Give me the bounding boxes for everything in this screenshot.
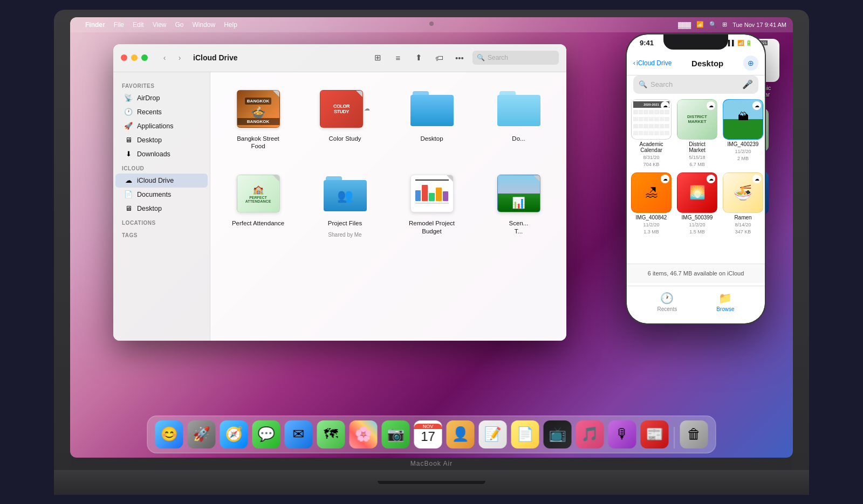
sidebar-item-downloads[interactable]: ⬇ Downloads bbox=[115, 147, 208, 161]
dock-messages[interactable]: 💬 bbox=[252, 420, 280, 448]
mic-icon[interactable]: 🎤 bbox=[742, 79, 753, 89]
sidebar-item-recents[interactable]: 🕐 Recents bbox=[115, 105, 208, 119]
finder-item-do-folder[interactable]: Do... bbox=[482, 83, 556, 155]
menu-go[interactable]: Go bbox=[175, 21, 184, 29]
finder-item-project-files[interactable]: 👥 Project Files Shared by Me bbox=[308, 168, 382, 242]
sidebar-recents-label: Recents bbox=[137, 108, 162, 116]
img400239-date: 11/2/20 bbox=[735, 149, 751, 154]
iphone-browse-tab[interactable]: 📁 Browse bbox=[716, 292, 734, 312]
forward-button[interactable]: › bbox=[174, 52, 186, 64]
img400842-date: 11/2/20 bbox=[643, 222, 659, 227]
dock: 😊 🚀 🧭 💬 ✉ 🗺 🌸 📷 NOV 17 👤 📝 📄 📺 🎵 🎙 📰 bbox=[147, 416, 716, 453]
finder-item-attendance[interactable]: 🏫 PERFECTATTENDANCE Perfect Attendance bbox=[221, 168, 295, 242]
finder-window-title: iCloud Drive bbox=[193, 53, 237, 62]
dock-photos[interactable]: 🌸 bbox=[350, 420, 378, 448]
finder-item-colorstudy[interactable]: COLORSTUDY ☁ Color Study bbox=[308, 83, 382, 155]
view-icon-grid[interactable]: ⊞ bbox=[370, 50, 385, 65]
dock-notes[interactable]: 📄 bbox=[511, 420, 539, 448]
project-files-folder: 👥 bbox=[324, 176, 367, 211]
back-button[interactable]: ‹ iCloud Drive bbox=[633, 59, 672, 67]
menu-help[interactable]: Help bbox=[224, 21, 237, 29]
iphone-file-ramen[interactable]: 🍜 ☁ Ramen 8/14/20 347 KB bbox=[723, 172, 763, 234]
sidebar-item-desktop-icloud[interactable]: 🖥 Desktop bbox=[115, 202, 208, 216]
back-button[interactable]: ‹ bbox=[159, 52, 170, 64]
chevron-left-icon: ‹ bbox=[633, 59, 635, 67]
finder-item-remodel[interactable]: Remodel ProjectBudget bbox=[395, 168, 469, 242]
finder-item-scene[interactable]: 📊 Scen...T... bbox=[482, 168, 556, 242]
finder-window: ‹ › iCloud Drive ⊞ ≡ ⬆ 🏷 ••• 🔍 Search bbox=[113, 44, 566, 341]
attendance-label: Perfect Attendance bbox=[232, 219, 284, 227]
iphone-status-bar: 9:41 ▌▌▌ 📶 🔋 bbox=[627, 39, 765, 47]
sidebar-item-icloud-drive[interactable]: ☁ iCloud Drive bbox=[115, 174, 208, 188]
iphone-search[interactable]: 🔍 Search 🎤 bbox=[633, 75, 758, 94]
dock-podcasts[interactable]: 🎙 bbox=[608, 420, 636, 448]
iphone-file-img500399[interactable]: 🌅 ☁ IMG_500399 11/2/20 1.5 MB bbox=[677, 172, 717, 234]
iphone: 9:41 ▌▌▌ 📶 🔋 ‹ iCloud Drive De bbox=[626, 33, 766, 325]
menu-finder[interactable]: Finder bbox=[85, 21, 105, 29]
iphone-nav-title: Desktop bbox=[672, 59, 743, 68]
dock-music[interactable]: 🎵 bbox=[576, 420, 604, 448]
iphone-recents-tab[interactable]: 🕐 Recents bbox=[657, 292, 677, 312]
scene-label: Scen...T... bbox=[509, 219, 529, 236]
search-icon[interactable]: 🔍 bbox=[709, 21, 717, 28]
finder-search[interactable]: 🔍 Search bbox=[472, 51, 559, 65]
search-placeholder: Search bbox=[488, 54, 508, 61]
do-folder-icon bbox=[492, 87, 546, 130]
dock-calendar[interactable]: NOV 17 bbox=[414, 420, 442, 448]
bangkok-thumbnail: BANGKOK 🍲 bbox=[237, 90, 280, 128]
more-icon[interactable]: ••• bbox=[452, 50, 467, 65]
controlcenter-icon[interactable]: ⊞ bbox=[722, 21, 727, 28]
sidebar-item-desktop[interactable]: 🖥 Desktop bbox=[115, 133, 208, 147]
iphone-file-img400239[interactable]: 🏔 ☁ IMG_400239 11/2/20 2 MB bbox=[723, 99, 763, 167]
window-controls bbox=[121, 54, 148, 61]
sidebar-item-documents[interactable]: 📄 Documents bbox=[115, 188, 208, 202]
iphone-file-img400842[interactable]: 🏖 ☁ IMG_400842 11/2/20 1.3 MB bbox=[631, 172, 672, 234]
finder-item-bangkok[interactable]: BANGKOK 🍲 Bangkok StreetFood bbox=[221, 83, 295, 155]
iphone-file-district[interactable]: DISTRICTMARKET ☁ DistrictMarket 5/15/18 … bbox=[677, 99, 717, 167]
dock-reminders[interactable]: 📝 bbox=[479, 420, 507, 448]
remodel-thumbnail bbox=[410, 175, 454, 212]
iphone-time: 9:41 bbox=[640, 39, 654, 47]
project-files-icon: 👥 bbox=[318, 172, 372, 215]
menu-edit[interactable]: Edit bbox=[133, 21, 144, 29]
more-button[interactable]: ⊕ bbox=[743, 56, 758, 71]
do-folder bbox=[497, 91, 540, 126]
dock-tv[interactable]: 📺 bbox=[544, 420, 572, 448]
sidebar-item-airdrop[interactable]: 📡 AirDrop bbox=[115, 91, 208, 105]
iphone-nav-bar: ‹ iCloud Drive Desktop ⊕ bbox=[627, 52, 765, 75]
maximize-button[interactable] bbox=[141, 54, 148, 61]
sidebar-downloads-label: Downloads bbox=[137, 150, 170, 158]
iphone-storage-info: 6 items, 46.7 MB available on iCloud bbox=[627, 264, 765, 283]
macos-desktop: Finder File Edit View Go Window Help ▓▓▓… bbox=[70, 17, 793, 458]
project-files-sublabel: Shared by Me bbox=[328, 232, 361, 238]
finder-item-desktop-folder[interactable]: Desktop bbox=[395, 83, 469, 155]
menu-window[interactable]: Window bbox=[193, 21, 216, 29]
dock-contacts[interactable]: 👤 bbox=[447, 420, 475, 448]
browse-tab-label: Browse bbox=[716, 306, 734, 312]
tag-icon[interactable]: 🏷 bbox=[432, 50, 447, 65]
dock-safari[interactable]: 🧭 bbox=[220, 420, 248, 448]
minimize-button[interactable] bbox=[131, 54, 138, 61]
close-button[interactable] bbox=[121, 54, 127, 61]
dock-maps[interactable]: 🗺 bbox=[317, 420, 345, 448]
file-corner bbox=[447, 175, 453, 182]
sidebar-item-applications[interactable]: 🚀 Applications bbox=[115, 119, 208, 133]
share-icon[interactable]: ⬆ bbox=[411, 50, 426, 65]
finder-nav: ‹ › bbox=[159, 52, 186, 64]
file-corner bbox=[273, 91, 279, 97]
menu-view[interactable]: View bbox=[153, 21, 167, 29]
dock-finder[interactable]: 😊 bbox=[155, 420, 183, 448]
desktop-icloud-icon: 🖥 bbox=[124, 204, 133, 213]
dock-news[interactable]: 📰 bbox=[641, 420, 669, 448]
iphone-file-calendar[interactable]: 2020-2021 ☁ AcademicCalendar 8/31/20 bbox=[631, 99, 672, 167]
favorites-section: Favorites bbox=[113, 79, 210, 91]
menu-file[interactable]: File bbox=[114, 21, 124, 29]
dock-trash[interactable]: 🗑 bbox=[680, 420, 708, 448]
img400842-name: IMG_400842 bbox=[636, 215, 667, 220]
dock-launchpad[interactable]: 🚀 bbox=[188, 420, 216, 448]
file-corner bbox=[533, 175, 540, 182]
view-icon-list[interactable]: ≡ bbox=[391, 50, 406, 65]
dock-mail[interactable]: ✉ bbox=[285, 420, 313, 448]
icloud-badge: ☁ bbox=[752, 101, 761, 110]
dock-facetime[interactable]: 📷 bbox=[382, 420, 410, 448]
